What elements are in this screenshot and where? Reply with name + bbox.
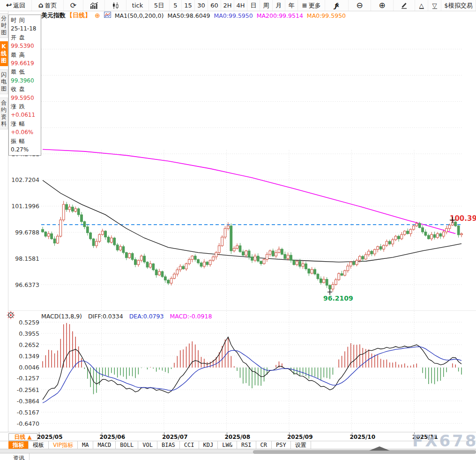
toolbar-tf-2h-button[interactable]: 2H — [221, 0, 234, 11]
triangle-up-icon: △ — [419, 2, 424, 9]
period-label: 【日线】 — [67, 11, 91, 20]
indicator-tab-kdj[interactable]: KDJ — [199, 441, 218, 449]
triangle-down-icon: ▽ — [432, 2, 437, 9]
toolbar-tf-week-button[interactable]: 周 — [260, 0, 273, 11]
svg-text:98.1581: 98.1581 — [15, 255, 39, 262]
macd-legend: MACD(13,8,9) DIFF:0.0334 DEA:0.0793 MACD… — [41, 313, 212, 320]
indicator-tab-shezhi[interactable]: 设置 — [291, 441, 311, 449]
toolbar-home-button[interactable]: ⌂首页 — [32, 0, 64, 11]
panel-expand-handle[interactable] — [369, 446, 390, 451]
ma-param-label: MA1(50,0,200,0) — [115, 12, 164, 19]
svg-text:102.7204: 102.7204 — [11, 176, 39, 183]
zoom-out-icon: ⊖ — [356, 2, 363, 9]
indicator-settings-icon[interactable] — [7, 311, 15, 321]
quote-field-value: +0.0611 — [11, 111, 41, 119]
toolbar-back-button[interactable]: ↩返回 — [0, 0, 32, 11]
svg-text:-0.3864: -0.3864 — [17, 398, 39, 405]
timeframe-selector[interactable]: 日线 ▲ — [8, 433, 37, 441]
toolbar-indicators-fx-button[interactable]: ƒx — [325, 0, 349, 11]
toolbar-range-5d-button[interactable]: 5日 — [149, 0, 170, 11]
indicator-tab-boll[interactable]: BOLL — [116, 441, 138, 449]
quote-field-value: +0.06% — [11, 128, 41, 136]
quote-field-label: 涨 幅 — [11, 120, 41, 128]
ma200-value: MA200:99.9514 — [257, 12, 303, 19]
indicator-tab-vol[interactable]: VOL — [138, 441, 157, 449]
toolbar-tick-button[interactable]: tick — [126, 0, 149, 11]
indicator-tabs-row: 指标模板VIP指标MAMACDBOLLVOLBIASCCIKDJLW&RSICR… — [0, 441, 476, 449]
news-bar-divider — [29, 453, 30, 460]
svg-text:-0.1257: -0.1257 — [17, 375, 39, 382]
toolbar-tf-month-button[interactable]: 月 — [273, 0, 285, 11]
toolbar-tf-30-button[interactable]: 30 — [195, 0, 208, 11]
sidebar-tab-fenshi[interactable]: 分时图 — [0, 13, 8, 38]
news-tab[interactable]: 资讯 — [13, 454, 24, 460]
add-indicator-icon[interactable]: ⊕ — [95, 12, 100, 19]
toolbar-draw-button[interactable] — [394, 0, 415, 11]
top-toolbar: ↩返回⌂首页⟳tick5日51530602H4H日周月年≡更多ƒx⊖⊕△▽$模拟… — [0, 0, 476, 11]
toolbar-tf-60-button[interactable]: 60 — [208, 0, 221, 11]
horizontal-scrollbar[interactable] — [253, 450, 476, 454]
toolbar-tf-4h-button[interactable]: 4H — [234, 0, 247, 11]
quote-field-label: 最 低 — [11, 68, 41, 76]
toolbar-send-down-button[interactable]: ▽ — [428, 0, 441, 11]
quote-field-label: 涨 跌 — [11, 102, 41, 111]
quote-field-value: 25-11-18 — [11, 24, 41, 33]
x-axis-label: 2025/08 — [225, 434, 250, 440]
x-axis-label: 2025/06 — [100, 434, 125, 440]
toolbar-tf-year-button[interactable]: 年 — [285, 0, 298, 11]
quote-field-label: 时 间 — [11, 16, 41, 24]
quote-field-label: 开 盘 — [11, 33, 41, 42]
quote-field-value: 99.5390 — [11, 42, 41, 50]
quote-field-value: 99.6619 — [11, 59, 41, 68]
macd-dea-value: DEA:0.0793 — [129, 313, 164, 320]
quote-field-value: 99.5950 — [11, 94, 41, 102]
x-axis-label: 2025/10 — [350, 434, 375, 440]
indicator-tab-zhibiao[interactable]: 指标 — [8, 441, 29, 449]
toolbar-zoom-out-button[interactable]: ⊖ — [349, 0, 371, 11]
sidebar-tab-kline[interactable]: K线图 — [0, 41, 8, 66]
x-axis-label: 2025/07 — [162, 434, 187, 440]
svg-text:96.6373: 96.6373 — [15, 281, 39, 288]
indicator-tab-cci[interactable]: CCI — [180, 441, 199, 449]
toolbar-refresh-button[interactable]: ⟳ — [64, 0, 83, 11]
toolbar-tf-15-button[interactable]: 15 — [182, 0, 195, 11]
toolbar-tf-5-button[interactable]: 5 — [170, 0, 182, 11]
candle-chart-icon — [112, 2, 119, 9]
toolbar-bar-chart-mode-button[interactable] — [83, 0, 105, 11]
quote-field-label: 振 幅 — [11, 137, 41, 145]
symbol-title: 美元指数 — [41, 11, 66, 20]
zoom-in-icon: ⊕ — [379, 2, 385, 9]
toolbar-sim-trade-button[interactable]: $模拟交易 — [441, 0, 476, 11]
svg-text:101.1996: 101.1996 — [11, 203, 39, 210]
mini-chart-icon[interactable] — [104, 12, 111, 19]
toolbar-candle-mode-button[interactable] — [105, 0, 126, 11]
quote-field-label: 收 盘 — [11, 85, 41, 93]
main-chart-canvas[interactable]: 104.2411102.7204101.199699.678898.158196… — [0, 0, 476, 460]
x-axis-label: 2025/09 — [287, 434, 312, 440]
indicator-tab-moban[interactable]: 模板 — [29, 441, 49, 449]
quote-info-panel: 时 间25-11-18开 盘99.5390最 高99.6619最 低99.396… — [8, 15, 41, 156]
x-axis-label: 2025/05 — [37, 434, 62, 440]
home-icon: ⌂ — [38, 2, 44, 9]
indicator-tab-rsi[interactable]: RSI — [237, 441, 256, 449]
indicator-tab-vip[interactable]: VIP指标 — [49, 441, 78, 449]
svg-text:0.1349: 0.1349 — [19, 353, 39, 360]
indicator-tab-macd[interactable]: MACD — [93, 441, 116, 449]
svg-text:99.6788: 99.6788 — [15, 229, 39, 236]
chart-type-sidebar: 分时图K线图闪电图合约资料 — [0, 13, 8, 129]
back-arrow-icon: ↩ — [6, 2, 12, 9]
sidebar-tab-shandian[interactable]: 闪电图 — [0, 69, 8, 94]
indicator-tab-ma[interactable]: MA — [78, 441, 93, 449]
indicator-tab-lw[interactable]: LW& — [218, 441, 237, 449]
sidebar-tab-heyue[interactable]: 合约资料 — [0, 98, 8, 129]
toolbar-zoom-in-button[interactable]: ⊕ — [371, 0, 394, 11]
toolbar-tf-day-button[interactable]: 日 — [247, 0, 260, 11]
indicator-tab-bias[interactable]: BIAS — [157, 441, 180, 449]
indicator-tab-psy[interactable]: PSY — [272, 441, 291, 449]
svg-text:-0.2561: -0.2561 — [17, 386, 39, 393]
svg-text:0.5259: 0.5259 — [19, 319, 39, 326]
toolbar-more-button[interactable]: ≡更多 — [298, 0, 325, 11]
quote-field-value: 99.3960 — [11, 76, 41, 85]
toolbar-send-up-button[interactable]: △ — [415, 0, 428, 11]
indicator-tab-cr[interactable]: CR — [256, 441, 272, 449]
